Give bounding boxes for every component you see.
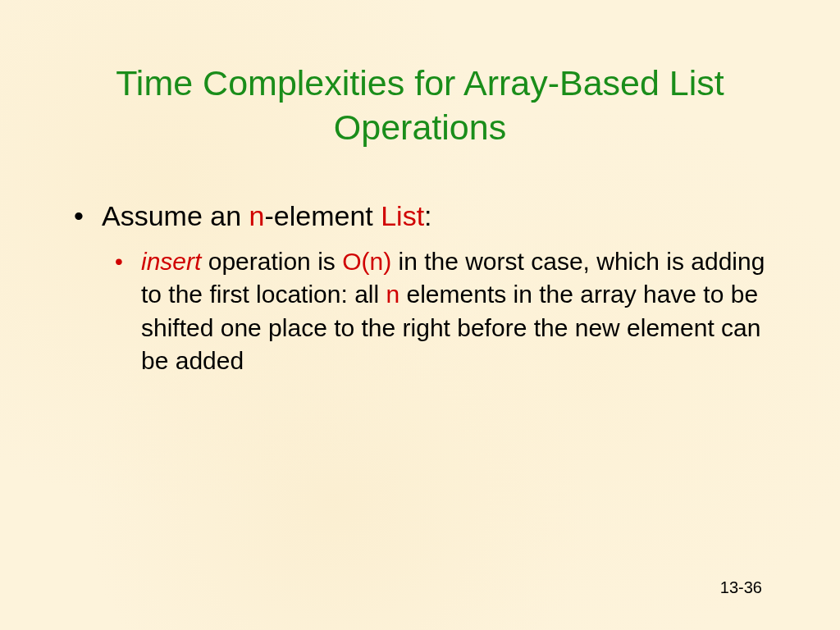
text-segment: -element: [264, 200, 381, 231]
text-segment: :: [424, 200, 431, 231]
text-segment: Assume an: [102, 200, 249, 231]
text-red-n: n: [249, 200, 265, 231]
text-red-n: n: [386, 281, 399, 308]
page-number: 13-36: [720, 578, 762, 597]
text-red-list: List: [381, 200, 424, 231]
slide-body: Assume an n-element List: insert operati…: [66, 198, 774, 378]
slide-title: Time Complexities for Array-Based List O…: [66, 62, 774, 150]
slide-container: Time Complexities for Array-Based List O…: [0, 0, 840, 630]
text-segment: operation is: [201, 248, 342, 275]
bullet-level2: insert operation is O(n) in the worst ca…: [115, 245, 774, 378]
bullet-level1: Assume an n-element List:: [74, 198, 774, 234]
text-red-italic-insert: insert: [141, 248, 201, 275]
text-red-bigO: O(n): [342, 248, 391, 275]
